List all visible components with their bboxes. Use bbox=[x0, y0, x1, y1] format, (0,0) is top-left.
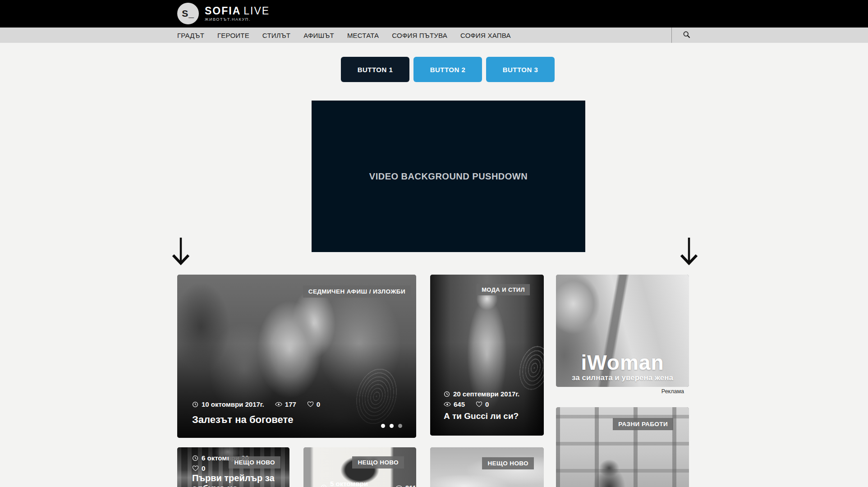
logo-monogram: S_ bbox=[177, 3, 199, 24]
advert-text: iWoman за силната и уверена жена bbox=[556, 352, 689, 382]
article-date: 10 октомври 2017г. bbox=[202, 400, 264, 408]
logo-title: SOFIA LIVE bbox=[205, 5, 270, 16]
article-title-line1: Първи трейлър за bbox=[192, 473, 275, 483]
views-count: 211 bbox=[405, 484, 416, 487]
article-card-news-right[interactable]: НЕЩО НОВО bbox=[430, 447, 544, 487]
logo-title-main: SOFIA bbox=[205, 5, 241, 16]
article-card-news-left[interactable]: 6 октомври 20 0 НЕЩО НОВО Първи трейлър … bbox=[177, 447, 289, 487]
category-badge[interactable]: РАЗНИ РАБОТИ bbox=[613, 418, 673, 430]
category-badge[interactable]: СЕДМИЧЕН АФИШ / ИЗЛОЖБИ bbox=[303, 285, 411, 298]
article-card-fashion[interactable]: МОДА И СТИЛ 20 септември 2017г. 645 0 А … bbox=[430, 275, 544, 436]
logo-text: SOFIA LIVE ЖИВОТЪТ.НАКУП. bbox=[205, 5, 270, 22]
site-logo[interactable]: S_ SOFIA LIVE ЖИВОТЪТ.НАКУП. bbox=[177, 3, 270, 24]
likes-icon[interactable] bbox=[307, 401, 314, 407]
advert-card-iwoman[interactable]: iWoman за силната и уверена жена bbox=[556, 275, 689, 387]
nav-item-afishat[interactable]: АФИШЪТ bbox=[303, 32, 334, 39]
category-badge[interactable]: НЕЩО НОВО bbox=[482, 457, 534, 469]
nav-item-sofia-hapva[interactable]: СОФИЯ ХАПВА bbox=[460, 32, 511, 39]
clock-icon bbox=[192, 455, 198, 461]
article-title[interactable]: Първи трейлър за албума на bbox=[192, 473, 275, 487]
clock-icon bbox=[192, 401, 198, 408]
likes-count: 0 bbox=[485, 400, 489, 408]
category-badge[interactable]: НЕЩО НОВО bbox=[352, 456, 404, 469]
video-banner-label: VIDEO BACKGROUND PUSHDOWN bbox=[369, 171, 528, 182]
nav-item-gradat[interactable]: ГРАДЪТ bbox=[177, 32, 204, 39]
button-2[interactable]: BUTTON 2 bbox=[413, 57, 482, 82]
carousel-dot-3[interactable] bbox=[398, 424, 402, 428]
logo-tagline: ЖИВОТЪТ.НАКУП. bbox=[205, 17, 270, 22]
article-title[interactable]: А ти Gucci ли си? bbox=[444, 411, 519, 421]
main-navigation: ГРАДЪТ ГЕРОИТЕ СТИЛЪТ АФИШЪТ МЕСТАТА СОФ… bbox=[0, 28, 868, 43]
search-icon bbox=[683, 31, 690, 40]
card-shade bbox=[430, 342, 544, 436]
down-arrow-icon-right bbox=[679, 236, 699, 267]
nav-item-geroite[interactable]: ГЕРОИТЕ bbox=[217, 32, 249, 39]
carousel-dot-2[interactable] bbox=[390, 424, 394, 428]
article-title-line2: албума на bbox=[192, 483, 275, 487]
article-meta-likes: 0 bbox=[192, 464, 205, 472]
likes-icon[interactable] bbox=[192, 465, 199, 471]
article-card-misc[interactable]: РАЗНИ РАБОТИ bbox=[556, 407, 689, 487]
likes-count: 0 bbox=[202, 464, 205, 472]
views-icon bbox=[395, 485, 403, 487]
article-date: 5 октомври 2017г. bbox=[330, 480, 385, 487]
views-icon bbox=[444, 402, 451, 407]
nav-divider bbox=[671, 28, 672, 43]
article-card-news-mid[interactable]: НЕЩО НОВО 5 октомври 2017г. 211 bbox=[303, 447, 416, 487]
button-1[interactable]: BUTTON 1 bbox=[341, 57, 409, 82]
carousel-dot-1[interactable] bbox=[381, 424, 385, 428]
video-background-pushdown[interactable]: VIDEO BACKGROUND PUSHDOWN bbox=[312, 101, 585, 252]
advert-brand: iWoman bbox=[556, 352, 689, 373]
views-count: 645 bbox=[454, 400, 465, 408]
clock-icon bbox=[444, 391, 450, 397]
article-meta-stats: 645 0 bbox=[444, 400, 489, 408]
header-bar: S_ SOFIA LIVE ЖИВОТЪТ.НАКУП. bbox=[0, 0, 868, 28]
nav-item-sofia-patuva[interactable]: СОФИЯ ПЪТУВА bbox=[392, 32, 447, 39]
carousel-dots bbox=[381, 424, 402, 428]
article-date: 20 септември 2017г. bbox=[453, 390, 519, 398]
logo-title-accent: LIVE bbox=[243, 5, 270, 16]
likes-count: 0 bbox=[317, 400, 320, 408]
article-meta: 10 октомври 2017г. 177 0 bbox=[192, 400, 320, 408]
search-button[interactable] bbox=[676, 28, 696, 43]
article-meta: 5 октомври 2017г. 211 bbox=[321, 480, 416, 487]
advert-disclaimer: Реклама bbox=[556, 388, 684, 395]
article-title[interactable]: Залезът на боговете bbox=[192, 414, 293, 425]
nav-item-stilat[interactable]: СТИЛЪТ bbox=[262, 32, 290, 39]
likes-icon[interactable] bbox=[476, 401, 482, 407]
nav-menu: ГРАДЪТ ГЕРОИТЕ СТИЛЪТ АФИШЪТ МЕСТАТА СОФ… bbox=[177, 28, 511, 43]
category-badge[interactable]: МОДА И СТИЛ bbox=[477, 284, 530, 295]
advert-slogan: за силната и уверена жена bbox=[556, 373, 689, 382]
clock-icon bbox=[321, 484, 327, 487]
button-3[interactable]: BUTTON 3 bbox=[486, 57, 555, 82]
category-badge[interactable]: НЕЩО НОВО bbox=[229, 456, 280, 469]
views-icon bbox=[275, 402, 282, 407]
article-card-featured[interactable]: СЕДМИЧЕН АФИШ / ИЗЛОЖБИ 10 октомври 2017… bbox=[177, 275, 416, 438]
nav-item-mestata[interactable]: МЕСТАТА bbox=[347, 32, 379, 39]
views-count: 177 bbox=[285, 400, 296, 408]
article-meta-date: 20 септември 2017г. bbox=[444, 390, 519, 398]
down-arrow-icon-left bbox=[171, 236, 191, 267]
